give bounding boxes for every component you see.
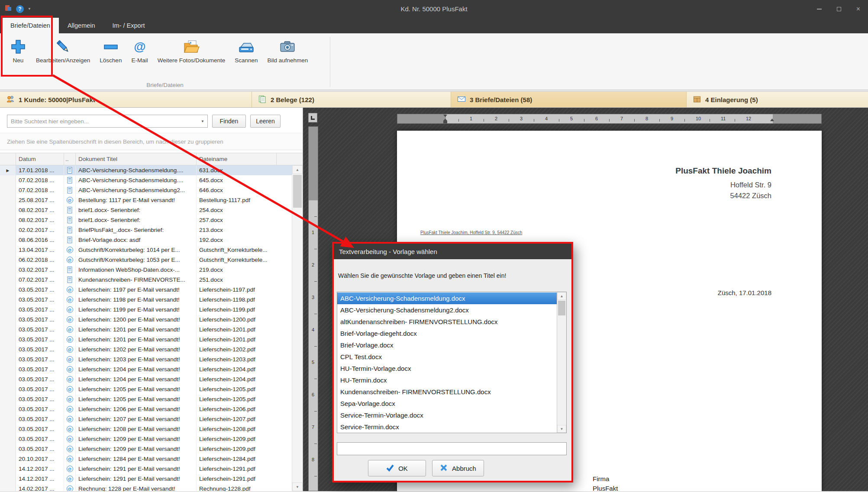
grid-scrollbar[interactable]: ▲ ▼ (292, 165, 303, 491)
template-list-item[interactable]: Brief-Vorlage-diegeht.docx (337, 328, 557, 339)
tab-einlagerung[interactable]: 4 Einlagerung (5) (687, 92, 868, 107)
letter-footer-address: Firma PlusFakt (593, 474, 618, 491)
combo-dropdown-icon[interactable]: ▼ (198, 119, 207, 123)
new-button[interactable]: Neu (5, 37, 31, 65)
table-row[interactable]: 13.04.2017 ... @ Gutschrift/Korrekturbel… (0, 245, 292, 255)
ribbon-tab-im-export[interactable]: Im- / Export (104, 18, 154, 33)
row-indicator-cell (0, 414, 16, 424)
table-row[interactable]: 03.05.2017 ... @ Lieferschein: 1201 per … (0, 334, 292, 344)
table-row[interactable]: 06.02.2018 ... @ Gutschrift/Korrekturbel… (0, 255, 292, 265)
search-input[interactable] (7, 118, 198, 125)
cell-datum: 14.02.2017 ... (16, 484, 64, 491)
table-row[interactable]: 03.05.2017 ... @ Lieferschein: 1205 per … (0, 384, 292, 394)
table-row[interactable]: 25.08.2017 ... @ Bestellung: 1117 per E-… (0, 195, 292, 205)
table-row[interactable]: 03.05.2017 ... @ Lieferschein: 1202 per … (0, 344, 292, 354)
table-row[interactable]: 20.10.2017 ... @ Lieferschein: 1284 per … (0, 454, 292, 464)
ribbon-tab-briefe-dateien[interactable]: Briefe/Dateien (2, 18, 59, 33)
template-list-item[interactable]: ABC-Versicherung-Schadensmeldung2.docx (337, 304, 557, 316)
table-row[interactable]: 03.05.2017 ... @ Lieferschein: 1198 per … (0, 295, 292, 305)
table-row[interactable]: 07.02.2018 ... ABC-Versicherung-Schadens… (0, 175, 292, 185)
header-dateiname[interactable]: Dateiname (197, 153, 277, 165)
cell-datum: 20.10.2017 ... (16, 454, 64, 464)
close-button[interactable]: × (849, 0, 868, 18)
table-row[interactable]: 03.05.2017 ... @ Lieferschein: 1209 per … (0, 444, 292, 454)
table-row[interactable]: 03.02.2017 ... Informationen WebShop-Dat… (0, 265, 292, 275)
scroll-down-icon[interactable]: ▼ (557, 425, 566, 433)
template-list-item[interactable]: Service-Termin.docx (337, 421, 557, 433)
table-row[interactable]: 03.05.2017 ... @ Lieferschein: 1204 per … (0, 364, 292, 374)
ok-button[interactable]: OK (368, 460, 426, 476)
delete-button[interactable]: Löschen (95, 37, 126, 65)
table-row[interactable]: 03.05.2017 ... @ Lieferschein: 1203 per … (0, 354, 292, 364)
scroll-up-icon[interactable]: ▲ (557, 292, 566, 300)
scroll-down-icon[interactable]: ▼ (292, 482, 303, 491)
table-row[interactable]: 03.05.2017 ... @ Lieferschein: 1208 per … (0, 424, 292, 434)
search-combo[interactable]: ▼ (7, 115, 208, 128)
more-photos-documents-button[interactable]: Weitere Fotos/Dokumente (153, 37, 230, 65)
template-list-item[interactable]: altKundenanschreiben- FIRMENVORSTELLUNG.… (337, 316, 557, 328)
table-row[interactable]: 02.02.2017 ... BriefPlusFakt_.docx- Seri… (0, 225, 292, 235)
list-scrollbar[interactable]: ▲ ▼ (557, 292, 566, 433)
tab-belege[interactable]: 2 Belege (122) (252, 92, 451, 107)
document-icon (67, 227, 73, 233)
table-row[interactable]: 03.05.2017 ... @ Lieferschein: 1200 per … (0, 315, 292, 325)
find-button[interactable]: Finden (212, 115, 246, 128)
header-icon-column[interactable]: .. (64, 153, 76, 165)
template-list-item[interactable]: Kundenanschreiben- FIRMENVORSTELLUNG.doc… (337, 386, 557, 398)
table-row[interactable]: 03.05.2017 ... @ Lieferschein: 1199 per … (0, 305, 292, 315)
table-row[interactable]: 03.05.2017 ... @ Lieferschein: 1197 per … (0, 285, 292, 295)
scroll-up-icon[interactable]: ▲ (292, 165, 303, 174)
table-row[interactable]: ▶ 17.01.2018 ... ABC-Versicherung-Schade… (0, 165, 292, 175)
ribbon-tab-allgemein[interactable]: Allgemein (59, 18, 104, 33)
table-row[interactable]: 14.02.2017 ... @ Rechnung: 1228 per E-Ma… (0, 484, 292, 491)
table-row[interactable]: 03.05.2017 ... @ Lieferschein: 1204 per … (0, 374, 292, 384)
edit-view-button[interactable]: Bearbeiten/Anzeigen (31, 37, 95, 65)
table-row[interactable]: 08.02.2017 ... brief1.docx- Serienbrief:… (0, 215, 292, 225)
email-button[interactable]: @ E-Mail (126, 37, 152, 65)
indent-marker-left[interactable] (443, 114, 448, 126)
table-row[interactable]: 03.05.2017 ... @ Lieferschein: 1209 per … (0, 434, 292, 444)
table-row[interactable]: 07.02.2018 ... ABC-Versicherung-Schadens… (0, 185, 292, 195)
clear-button[interactable]: Leeren (250, 115, 281, 128)
template-list-item[interactable]: HU-Termin-Vorlage.docx (337, 363, 557, 374)
cell-dokument-titel: Lieferschein: 1204 per E-Mail versandt! (76, 364, 197, 374)
template-list-item[interactable]: Service-Termin-Vorlage.docx (337, 409, 557, 421)
table-row[interactable]: 07.02.2017 ... Kundenanschreiben- FIRMEN… (0, 275, 292, 285)
template-list-item[interactable]: CPL Test.docx (337, 351, 557, 363)
template-list-item[interactable]: ABC-Versicherung-Schadensmeldung.docx (337, 293, 557, 304)
scroll-thumb[interactable] (558, 301, 565, 315)
table-row[interactable]: 03.05.2017 ... @ Lieferschein: 1206 per … (0, 404, 292, 414)
indent-marker-right[interactable] (770, 114, 774, 126)
tab-kunde[interactable]: 1 Kunde: 50000|PlusFakt (0, 92, 252, 107)
table-row[interactable]: 08.02.2017 ... brief1.docx- Serienbrief:… (0, 205, 292, 215)
table-row[interactable]: 08.06.2016 ... Brief-Vorlage.docx: asdf … (0, 235, 292, 245)
cancel-button[interactable]: Abbruch (432, 460, 484, 476)
template-list-item[interactable]: Sepa-Vorlage.docx (337, 398, 557, 409)
group-by-bar[interactable]: Ziehen Sie eine Spaltenüberschrift in di… (0, 133, 303, 150)
template-list-item[interactable]: HU-Termin.docx (337, 374, 557, 386)
template-list-item[interactable]: Brief-Vorlage.docx (337, 339, 557, 351)
tab-selector[interactable] (308, 113, 317, 122)
h-ruler: 123456789101112 (397, 114, 822, 124)
ribbon: Neu Bearbeiten/Anzeigen Löschen @ E-Mail… (0, 33, 868, 90)
cell-dokument-titel: Kundenanschreiben- FIRMENVORSTE... (76, 275, 197, 285)
title-input[interactable] (337, 442, 567, 455)
cell-dokument-titel: Rechnung: 1228 per E-Mail versandt! (76, 484, 197, 491)
tab-briefe-dateien[interactable]: 3 Briefe/Dateien (58) (451, 92, 687, 107)
take-picture-button[interactable]: Bild aufnehmen (263, 37, 313, 65)
qat-dropdown-icon[interactable]: ▼ (28, 7, 31, 11)
minimize-button[interactable] (810, 0, 829, 18)
dialog-titlebar[interactable]: Textverarbeitung - Vorlage wählen (334, 244, 571, 259)
help-icon[interactable]: ? (16, 5, 24, 13)
table-row[interactable]: 14.12.2017 ... @ Lieferschein: 1291 per … (0, 474, 292, 484)
scan-button[interactable]: Scannen (230, 37, 262, 65)
header-datum[interactable]: Datum (16, 153, 64, 165)
scroll-thumb[interactable] (293, 175, 302, 208)
row-indicator-cell (0, 295, 16, 305)
table-row[interactable]: 03.05.2017 ... @ Lieferschein: 1201 per … (0, 325, 292, 334)
table-row[interactable]: 14.12.2017 ... @ Lieferschein: 1291 per … (0, 464, 292, 474)
table-row[interactable]: 03.05.2017 ... @ Lieferschein: 1205 per … (0, 394, 292, 404)
table-row[interactable]: 03.05.2017 ... @ Lieferschein: 1207 per … (0, 414, 292, 424)
maximize-button[interactable] (829, 0, 849, 18)
header-dokument-titel[interactable]: Dokument Titel (76, 153, 197, 165)
